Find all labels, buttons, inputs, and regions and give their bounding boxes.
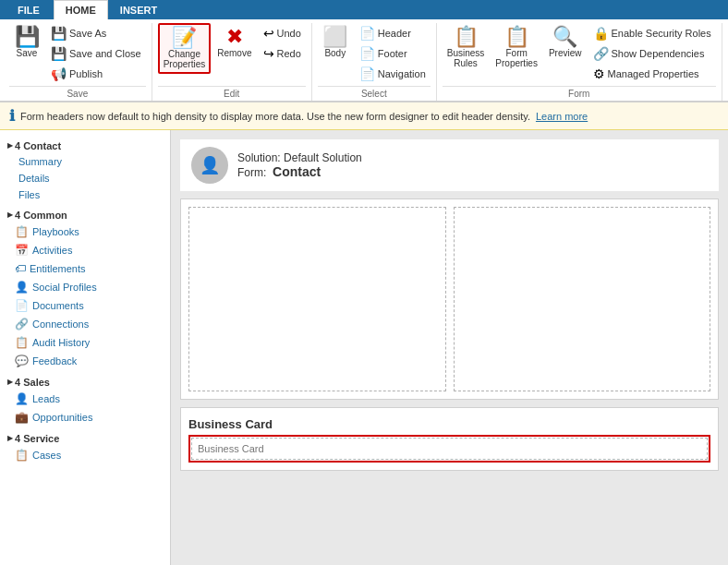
sidebar-item-leads[interactable]: 👤 Leads <box>0 390 170 408</box>
business-rules-icon: 📋 <box>454 27 479 47</box>
tab-file[interactable]: FILE <box>4 0 54 19</box>
form-area: 👤 Solution: Default Solution Form: Conta… <box>171 130 728 565</box>
business-card-label: Business Card <box>188 412 710 435</box>
business-card-field-wrapper <box>188 435 710 463</box>
enable-security-button[interactable]: 🔒 Enable Security Roles <box>588 23 716 43</box>
remove-button[interactable]: ✖ Remove <box>212 23 256 62</box>
info-icon: ℹ <box>9 107 15 125</box>
sidebar-section-contact: ▸ 4 Contact Summary Details Files <box>0 136 170 203</box>
header-icon: 📄 <box>359 26 375 41</box>
sidebar-item-details[interactable]: Details <box>0 170 170 186</box>
gear-icon: ⚙ <box>593 66 605 81</box>
connections-icon: 🔗 <box>15 318 29 331</box>
preview-icon: 🔍 <box>552 27 577 47</box>
save-group-label: Save <box>9 86 146 99</box>
leads-icon: 👤 <box>15 392 29 405</box>
ribbon-content: 💾 Save 💾 Save As 💾 Save and Close 📢 Publ… <box>0 19 728 102</box>
common-arrow-icon: ▸ <box>7 209 13 221</box>
sidebar-item-summary[interactable]: Summary <box>0 153 170 170</box>
sales-arrow-icon: ▸ <box>7 376 13 388</box>
body-icon: ⬜ <box>322 27 347 47</box>
entitlements-icon: 🏷 <box>15 262 26 275</box>
audit-history-icon: 📋 <box>15 336 29 349</box>
remove-icon: ✖ <box>226 27 243 47</box>
learn-more-link[interactable]: Learn more <box>536 111 588 122</box>
activities-icon: 📅 <box>15 244 29 257</box>
sidebar-item-opportunities[interactable]: 💼 Opportunities <box>0 408 170 427</box>
body-button[interactable]: ⬜ Body <box>318 23 353 62</box>
save-as-icon: 💾 <box>51 26 67 41</box>
redo-button[interactable]: ↪ Redo <box>259 43 306 64</box>
enable-security-icon: 🔒 <box>593 26 609 41</box>
sidebar-section-contact-title[interactable]: ▸ 4 Contact <box>0 136 170 153</box>
playbooks-icon: 📋 <box>15 225 29 238</box>
sidebar-section-common: ▸ 4 Common 📋 Playbooks 📅 Activities 🏷 En… <box>0 205 170 370</box>
business-rules-button[interactable]: 📋 BusinessRules <box>443 23 490 72</box>
navigation-button[interactable]: 📄 Navigation <box>355 64 431 84</box>
sidebar-item-audit-history[interactable]: 📋 Audit History <box>0 333 170 352</box>
empty-column-left <box>193 211 442 378</box>
empty-column-right <box>458 211 707 378</box>
form-column-right <box>454 207 711 391</box>
preview-button[interactable]: 🔍 Preview <box>544 23 587 62</box>
business-card-input[interactable] <box>191 438 708 460</box>
opportunities-icon: 💼 <box>15 411 29 424</box>
sidebar-item-feedback[interactable]: 💬 Feedback <box>0 352 170 370</box>
sidebar-item-entitlements[interactable]: 🏷 Entitlements <box>0 259 170 278</box>
sidebar: ▸ 4 Contact Summary Details Files ▸ 4 Co… <box>0 130 171 565</box>
tab-home[interactable]: HOME <box>54 0 108 19</box>
publish-icon: 📢 <box>51 66 67 81</box>
show-deps-button[interactable]: 🔗 Show Dependencies <box>588 43 716 64</box>
header-button[interactable]: 📄 Header <box>355 23 431 43</box>
sidebar-item-cases[interactable]: 📋 Cases <box>0 446 170 464</box>
undo-button[interactable]: ↩ Undo <box>259 23 306 43</box>
form-properties-button[interactable]: 📋 FormProperties <box>491 23 542 72</box>
main-layout: ▸ 4 Contact Summary Details Files ▸ 4 Co… <box>0 130 728 565</box>
sidebar-section-common-title[interactable]: ▸ 4 Common <box>0 205 170 222</box>
tab-insert[interactable]: INSERT <box>108 0 169 19</box>
solution-label: Solution: <box>237 151 281 164</box>
sidebar-item-activities[interactable]: 📅 Activities <box>0 241 170 259</box>
save-button[interactable]: 💾 Save <box>9 23 44 62</box>
sidebar-section-sales-title[interactable]: ▸ 4 Sales <box>0 372 170 390</box>
form-name: Contact <box>273 164 321 179</box>
documents-icon: 📄 <box>15 299 29 312</box>
save-as-button[interactable]: 💾 Save As <box>46 23 146 43</box>
sidebar-item-social-profiles[interactable]: 👤 Social Profiles <box>0 278 170 296</box>
form-main-section <box>180 198 719 400</box>
publish-button[interactable]: 📢 Publish <box>46 64 146 84</box>
solution-name: Default Solution <box>284 151 362 164</box>
save-close-button[interactable]: 💾 Save and Close <box>46 43 146 64</box>
cases-icon: 📋 <box>15 449 29 462</box>
service-arrow-icon: ▸ <box>7 432 13 444</box>
sidebar-section-service-title[interactable]: ▸ 4 Service <box>0 428 170 446</box>
ribbon-group-save: 💾 Save 💾 Save As 💾 Save and Close 📢 Publ… <box>4 23 152 101</box>
undo-icon: ↩ <box>263 26 274 41</box>
business-card-section: Business Card <box>180 407 719 471</box>
sidebar-section-service: ▸ 4 Service 📋 Cases <box>0 428 170 464</box>
edit-group-label: Edit <box>158 86 306 99</box>
change-properties-button[interactable]: 📝 ChangeProperties <box>158 23 212 74</box>
sidebar-section-sales: ▸ 4 Sales 👤 Leads 💼 Opportunities <box>0 372 170 427</box>
navigation-icon: 📄 <box>359 66 375 81</box>
form-label: Form: <box>237 166 266 179</box>
info-bar: ℹ Form headers now default to high densi… <box>0 102 728 130</box>
footer-button[interactable]: 📄 Footer <box>355 43 431 64</box>
managed-props-button[interactable]: ⚙ Managed Properties <box>588 64 716 84</box>
form-group-label: Form <box>443 86 716 99</box>
sidebar-item-connections[interactable]: 🔗 Connections <box>0 315 170 333</box>
ribbon-group-upgrade: 📋 MergeForms Upgrade <box>722 23 728 101</box>
social-profiles-icon: 👤 <box>15 281 29 294</box>
ribbon: FILE HOME INSERT 💾 Save 💾 Save As 💾 <box>0 0 728 102</box>
feedback-icon: 💬 <box>15 355 29 367</box>
sidebar-item-files[interactable]: Files <box>0 186 170 203</box>
info-message: Form headers now default to high density… <box>20 111 530 122</box>
ribbon-group-select: ⬜ Body 📄 Header 📄 Footer 📄 Navigation <box>312 23 437 101</box>
sidebar-item-playbooks[interactable]: 📋 Playbooks <box>0 222 170 241</box>
show-deps-icon: 🔗 <box>593 46 609 61</box>
sidebar-item-documents[interactable]: 📄 Documents <box>0 296 170 315</box>
ribbon-group-edit: 📝 ChangeProperties ✖ Remove ↩ Undo ↪ Red… <box>152 23 312 101</box>
form-properties-icon: 📋 <box>504 27 529 47</box>
contact-arrow-icon: ▸ <box>7 139 13 151</box>
select-group-label: Select <box>318 86 431 99</box>
